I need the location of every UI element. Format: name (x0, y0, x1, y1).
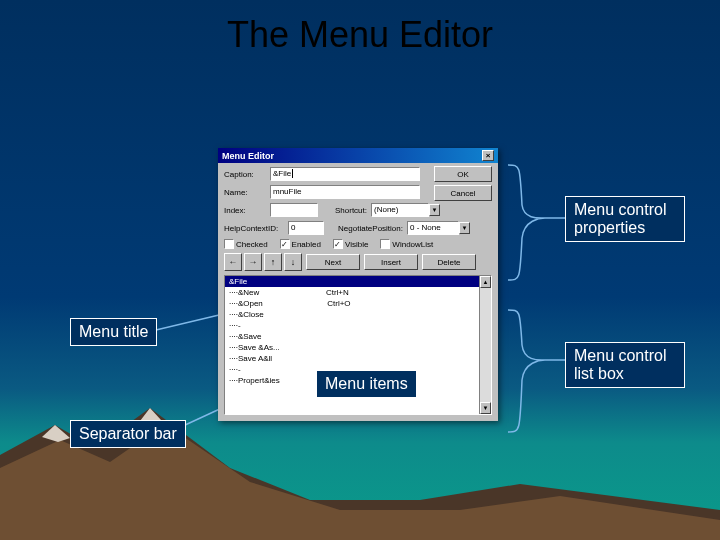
close-icon[interactable]: × (482, 150, 494, 161)
text-caret (292, 169, 295, 178)
next-button[interactable]: Next (306, 254, 360, 270)
callout-menutitle: Menu title (70, 318, 157, 346)
shortcut-combo[interactable]: (None) ▼ (371, 203, 440, 217)
callout-separator: Separator bar (70, 420, 186, 448)
chevron-down-icon[interactable]: ▼ (429, 204, 440, 216)
dialog-side-buttons: OK Cancel (434, 166, 492, 204)
outdent-button[interactable]: ← (224, 253, 242, 271)
page-title: The Menu Editor (0, 14, 720, 56)
caption-label: Caption: (224, 170, 266, 179)
enabled-checkbox[interactable]: ✓Enabled (280, 239, 321, 249)
helpctx-input[interactable]: 0 (288, 221, 324, 235)
slide: The Menu Editor Menu control properties … (0, 0, 720, 540)
windowlist-checkbox[interactable]: WindowList (380, 239, 433, 249)
index-input[interactable] (270, 203, 318, 217)
helpctx-label: HelpContextID: (224, 224, 284, 233)
name-label: Name: (224, 188, 266, 197)
list-item[interactable]: ····Save A&ll (225, 353, 491, 364)
cancel-button[interactable]: Cancel (434, 185, 492, 201)
moveup-button[interactable]: ↑ (264, 253, 282, 271)
list-item[interactable]: &File (225, 276, 491, 287)
checked-checkbox[interactable]: Checked (224, 239, 268, 249)
callout-menuitems: Menu items (316, 370, 417, 398)
callout-properties: Menu control properties (565, 196, 685, 242)
scrollbar[interactable]: ▲ ▼ (479, 276, 491, 414)
list-item[interactable]: ····&Open Ctrl+O (225, 298, 491, 309)
indent-button[interactable]: → (244, 253, 262, 271)
dialog-title: Menu Editor (222, 151, 274, 161)
list-item[interactable]: ····Save &As... (225, 342, 491, 353)
negpos-combo[interactable]: 0 - None ▼ (407, 221, 470, 235)
list-item[interactable]: ····- (225, 320, 491, 331)
chevron-down-icon[interactable]: ▼ (459, 222, 470, 234)
list-item[interactable]: ····&Save (225, 331, 491, 342)
negpos-label: NegotiatePosition: (328, 224, 403, 233)
shortcut-label: Shortcut: (322, 206, 367, 215)
visible-checkbox[interactable]: ✓Visible (333, 239, 368, 249)
list-item[interactable]: ····&New Ctrl+N (225, 287, 491, 298)
arrow-button-group: ← → ↑ ↓ (224, 253, 302, 271)
insert-button[interactable]: Insert (364, 254, 418, 270)
dialog-titlebar[interactable]: Menu Editor × (218, 148, 498, 163)
caption-input[interactable]: &File (270, 167, 420, 181)
movedown-button[interactable]: ↓ (284, 253, 302, 271)
scroll-up-icon[interactable]: ▲ (480, 276, 491, 288)
delete-button[interactable]: Delete (422, 254, 476, 270)
scroll-down-icon[interactable]: ▼ (480, 402, 491, 414)
callout-listbox: Menu control list box (565, 342, 685, 388)
ok-button[interactable]: OK (434, 166, 492, 182)
index-label: Index: (224, 206, 266, 215)
list-item[interactable]: ····&Close (225, 309, 491, 320)
name-input[interactable]: mnuFile (270, 185, 420, 199)
